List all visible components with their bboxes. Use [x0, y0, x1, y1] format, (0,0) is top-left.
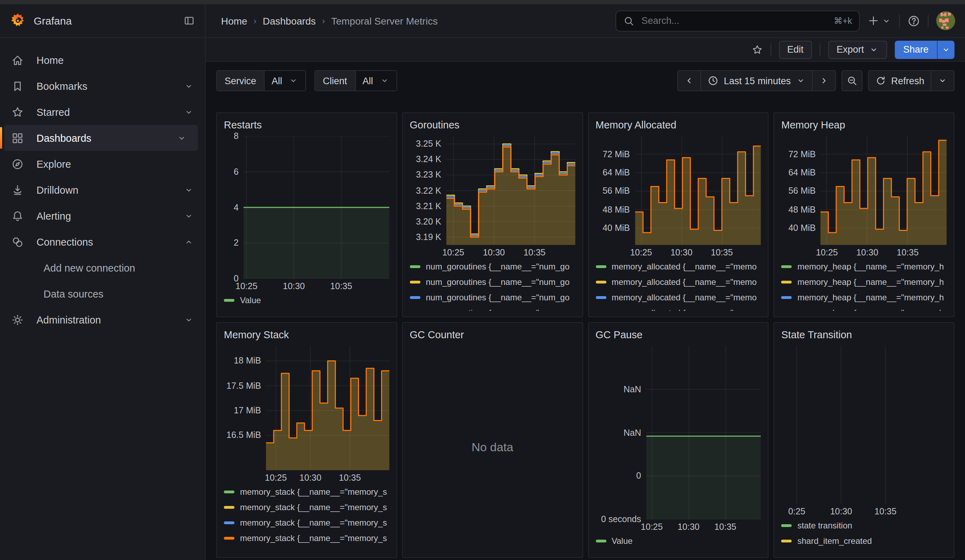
sidebar-item-bookmarks[interactable]: Bookmarks [0, 73, 205, 99]
time-range-picker[interactable]: Last 15 minutes [701, 71, 812, 90]
legend-item[interactable]: num_goroutines {__name__="num_go [410, 290, 576, 305]
search-shortcut: ⌘+k [834, 15, 852, 26]
panel-title[interactable]: Memory Stack [224, 328, 389, 343]
legend-item[interactable]: num_goroutines {__name__="num_go [410, 259, 576, 274]
export-button[interactable]: Export [828, 40, 887, 59]
sidebar-item-explore[interactable]: Explore [0, 151, 205, 177]
legend-item[interactable]: memory_allocated {__name__="memo [595, 290, 761, 305]
x-tick-label: 10:25 [630, 248, 653, 258]
sidebar-item-dashboards[interactable]: Dashboards [4, 125, 198, 151]
panel-title[interactable]: Memory Heap [782, 118, 947, 133]
gear-icon [11, 313, 25, 326]
legend: Value [595, 533, 761, 552]
sidebar-item-label: Starred [36, 106, 70, 118]
variable-filter-client[interactable]: ClientAll [314, 70, 397, 91]
y-tick-label: 16.5 MiB [226, 431, 261, 440]
search-box[interactable]: ⌘+k [615, 10, 860, 31]
nav-brand-section: Grafana [0, 4, 206, 37]
breadcrumb-item[interactable]: Dashboards [263, 15, 316, 26]
panel-title[interactable]: GC Pause [595, 328, 761, 343]
chevron-down-icon [184, 315, 194, 325]
sidebar-item-connections[interactable]: Connections [0, 229, 205, 255]
sidebar-item-data-sources[interactable]: Data sources [0, 281, 205, 307]
legend-item[interactable]: memory_heap {__name__="memory_h [782, 290, 947, 305]
window-chrome-strip [0, 0, 965, 4]
legend-item[interactable]: num_goroutines {__name__="num_go [410, 274, 576, 290]
main-area: HomeBookmarksStarredDashboardsExploreDri… [0, 38, 965, 560]
y-tick-label: 4 [234, 202, 239, 212]
sidebar-item-home[interactable]: Home [0, 47, 205, 73]
chart [786, 346, 947, 504]
x-tick-label: 10:35 [523, 248, 546, 258]
share-button[interactable]: Share [895, 40, 937, 59]
y-tick-label: 17 MiB [234, 406, 261, 415]
sidebar-item-drilldown[interactable]: Drilldown [0, 177, 205, 203]
legend-item[interactable]: memory_heap {__name__="memory_h [782, 305, 947, 311]
y-tick-label: 3.21 K [416, 201, 441, 211]
no-data-message: No data [410, 343, 576, 552]
x-tick-label: 10:30 [856, 248, 878, 258]
share-menu-button[interactable] [937, 40, 955, 59]
legend-item[interactable]: memory_stack {__name__="memory_s [224, 484, 389, 500]
legend-item[interactable]: num_goroutines {__name__="num_go [410, 305, 576, 311]
breadcrumb: Home›Dashboards›Temporal Server Metrics [206, 4, 438, 37]
legend-item[interactable]: memory_allocated {__name__="memo [595, 259, 761, 274]
legend-series-label: memory_heap {__name__="memory_h [798, 308, 944, 311]
refresh-button[interactable]: Refresh [869, 71, 931, 90]
legend-item[interactable]: memory_heap {__name__="memory_h [782, 259, 947, 274]
x-tick-label: 10:25 [265, 473, 287, 483]
y-axis-labels: 72 MiB64 MiB56 MiB48 MiB40 MiB [782, 136, 821, 245]
panel-title[interactable]: Restarts [224, 118, 389, 133]
legend-item[interactable]: memory_stack {__name__="memory_s [224, 500, 389, 515]
sidebar-item-label: Home [36, 54, 64, 65]
panel-gc-pause: GC PauseNaNNaN00 seconds10:2510:3010:35V… [588, 322, 769, 558]
grafana-logo [10, 13, 26, 29]
breadcrumb-item[interactable]: Home [221, 15, 247, 26]
time-shift-forward-button[interactable] [812, 71, 835, 90]
x-tick-label: 10:30 [671, 248, 693, 258]
avatar[interactable] [936, 11, 955, 30]
x-tick-label: 10:35 [896, 248, 919, 258]
panel-title[interactable]: State Transition [782, 328, 947, 343]
dock-sidebar-icon[interactable] [183, 15, 195, 27]
add-button[interactable] [867, 15, 891, 27]
legend-item[interactable]: memory_heap {__name__="memory_h [782, 274, 947, 290]
star-icon[interactable] [751, 44, 762, 55]
panel-title[interactable]: Memory Allocated [595, 118, 761, 133]
filter-value-dropdown[interactable]: All [264, 71, 305, 90]
y-tick-label: NaN [623, 385, 641, 394]
x-tick-label: 10:35 [875, 507, 896, 516]
panel-title[interactable]: GC Counter [410, 328, 576, 343]
legend-item[interactable]: memory_stack {__name__="memory_s [224, 515, 389, 531]
sidebar-item-add-new-connection[interactable]: Add new connection [0, 255, 205, 281]
legend-item[interactable]: Value [595, 533, 761, 549]
legend-item[interactable]: state transition [782, 518, 947, 533]
sidebar-item-administration[interactable]: Administration [0, 307, 205, 333]
filter-value-dropdown[interactable]: All [355, 71, 396, 90]
panel-restarts: Restarts8642010:2510:3010:35Value [216, 112, 397, 317]
time-shift-back-button[interactable] [678, 71, 701, 90]
legend-item[interactable]: memory_allocated {__name__="memo [595, 305, 761, 311]
zoom-out-button[interactable] [841, 70, 862, 91]
variable-filter-service[interactable]: ServiceAll [216, 70, 306, 91]
y-tick-label: NaN [623, 428, 641, 438]
search-input[interactable] [640, 15, 828, 27]
y-axis-labels: 72 MiB64 MiB56 MiB48 MiB40 MiB [595, 136, 635, 245]
edit-button[interactable]: Edit [779, 40, 812, 59]
panel-title[interactable]: Goroutines [410, 118, 576, 133]
x-tick-label: 10:30 [483, 248, 505, 258]
legend-series-swatch [410, 281, 420, 284]
share-split-button[interactable]: Share [895, 40, 955, 59]
sidebar-item-alerting[interactable]: Alerting [0, 203, 205, 229]
legend-item[interactable]: shard_item_created [782, 533, 947, 549]
legend-item[interactable]: Value [224, 292, 389, 308]
legend-item[interactable]: memory_stack {__name__="memory_s [224, 531, 389, 546]
sidebar-item-starred[interactable]: Starred [0, 99, 205, 125]
legend-item[interactable]: memory_allocated {__name__="memo [595, 274, 761, 290]
y-tick-label: 18 MiB [234, 356, 261, 366]
help-icon[interactable] [908, 15, 920, 27]
legend-series-label: memory_heap {__name__="memory_h [798, 262, 944, 272]
refresh-interval-button[interactable] [931, 71, 954, 90]
panel-memory-stack: Memory Stack18 MiB17.5 MiB17 MiB16.5 MiB… [216, 322, 397, 558]
chevron-down-icon [184, 81, 194, 91]
